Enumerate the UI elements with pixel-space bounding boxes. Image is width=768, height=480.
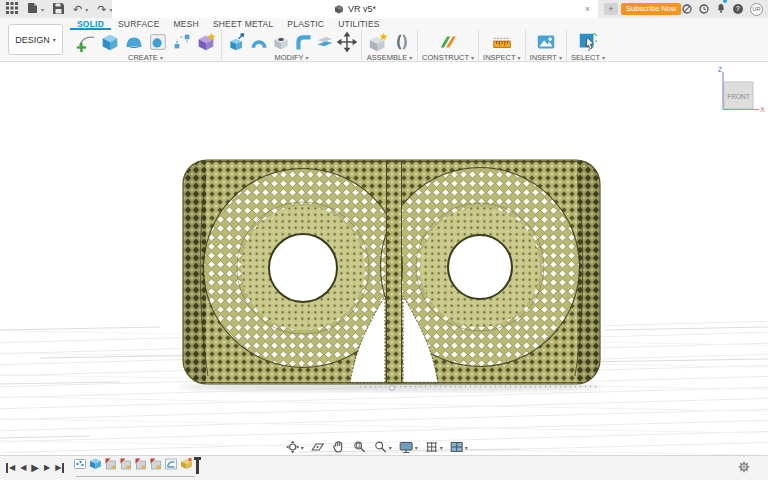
look-at-icon[interactable]: [311, 440, 325, 454]
modeling-viewport[interactable]: FRONT Z X ▾ ▾ ▾ ▾ ▾: [0, 62, 768, 455]
document-tab[interactable]: VR v5* ×: [112, 0, 598, 18]
pan-icon[interactable]: [332, 440, 346, 454]
form-icon[interactable]: [122, 30, 145, 53]
help-icon[interactable]: ?: [733, 4, 743, 14]
document-title: VR v5*: [348, 4, 376, 14]
design-caret-icon: ▾: [53, 36, 56, 43]
timeline-sketch-icon[interactable]: [165, 456, 177, 474]
preferences-gear-icon[interactable]: [738, 459, 750, 477]
insert-image-icon[interactable]: [534, 30, 557, 53]
construct-group-label[interactable]: CONSTRUCT ▾: [422, 53, 474, 62]
tab-solid[interactable]: SOLID: [70, 19, 111, 30]
design-menu-button[interactable]: DESIGN ▾: [8, 24, 63, 55]
assemble-group-label[interactable]: ASSEMBLE ▾: [367, 53, 413, 62]
timeline-combine-icon-2[interactable]: [120, 456, 132, 474]
orbit-icon[interactable]: ▾: [286, 440, 304, 454]
create-sketch-icon[interactable]: [74, 30, 97, 53]
file-new-icon[interactable]: [27, 0, 38, 18]
select-icon[interactable]: [576, 30, 599, 53]
pattern-icon[interactable]: [170, 30, 193, 53]
play-button[interactable]: ▶: [31, 463, 39, 473]
origin-point: [390, 386, 395, 391]
history-clock-icon[interactable]: [699, 0, 709, 18]
step-back-button[interactable]: ◀: [20, 463, 26, 473]
step-forward-button[interactable]: ▶: [44, 463, 50, 473]
viewcube-face-label: FRONT: [727, 93, 749, 100]
group-assemble: ASSEMBLE ▾: [362, 30, 418, 61]
zoom-fit-icon[interactable]: [353, 440, 367, 454]
timeline-playback-controls: ◀ ◀ ▶ ▶ ▶: [6, 463, 64, 473]
ribbon-toolbar: DESIGN ▾ SOLID SURFACE MESH SHEET METAL …: [0, 18, 768, 62]
timeline-track[interactable]: [74, 458, 199, 478]
navigation-bar: ▾ ▾ ▾ ▾ ▾: [286, 440, 468, 454]
tab-utilities[interactable]: UTILITIES: [331, 19, 386, 30]
viewports-icon[interactable]: ▾: [450, 440, 468, 454]
ribbon-tabstrip: SOLID SURFACE MESH SHEET METAL PLASTIC U…: [70, 19, 387, 30]
group-insert: INSERT ▾: [526, 30, 567, 61]
group-create: CREATE ▾: [70, 30, 222, 61]
redo-icon[interactable]: ↷: [97, 0, 106, 18]
z-axis-label: Z: [718, 66, 722, 73]
timeline-box-feature-icon[interactable]: [89, 456, 102, 474]
group-select: SELECT ▾: [567, 30, 609, 61]
timeline-combine-icon-4[interactable]: [150, 456, 162, 474]
hole-icon[interactable]: [270, 30, 291, 53]
job-status-icon[interactable]: [682, 0, 692, 18]
modify-group-label[interactable]: MODIFY ▾: [274, 53, 308, 62]
file-caret-icon[interactable]: ▾: [41, 6, 44, 13]
subscribe-button[interactable]: Subscribe Now: [621, 3, 681, 15]
notification-dot: [723, 0, 727, 3]
revolve-icon[interactable]: [146, 30, 169, 53]
tab-sheet-metal[interactable]: SHEET METAL: [206, 19, 280, 30]
viewcube[interactable]: FRONT Z X: [710, 65, 766, 127]
split-body-icon[interactable]: [314, 30, 335, 53]
undo-icon[interactable]: ↶: [73, 0, 82, 18]
skip-to-end-button[interactable]: ▶: [55, 463, 64, 473]
x-axis-label: X: [760, 106, 765, 113]
select-group-label[interactable]: SELECT ▾: [571, 53, 605, 62]
user-avatar[interactable]: UR: [750, 3, 763, 16]
inspect-group-label[interactable]: INSPECT ▾: [483, 53, 520, 62]
timeline-form-body-icon[interactable]: [180, 456, 193, 474]
app-grid-icon[interactable]: [6, 0, 18, 18]
new-tab-button[interactable]: +: [604, 3, 618, 15]
display-settings-icon[interactable]: ▾: [399, 440, 418, 454]
timeline-combine-icon-3[interactable]: [135, 456, 147, 474]
new-component-icon[interactable]: [366, 30, 389, 53]
tab-surface[interactable]: SURFACE: [111, 19, 167, 30]
group-construct: CONSTRUCT ▾: [418, 30, 479, 61]
close-tab-icon[interactable]: ×: [585, 0, 590, 18]
notifications-bell-icon[interactable]: [716, 0, 726, 18]
shell-icon[interactable]: [248, 30, 269, 53]
titlebar: ▾ ↶▾ ↷▾ VR v5* × + Subscribe Now ? UR: [0, 0, 768, 18]
timeline-combine-icon-1[interactable]: [105, 456, 117, 474]
grid-settings-icon[interactable]: ▾: [425, 440, 443, 454]
extrude-icon[interactable]: [98, 30, 121, 53]
zoom-icon[interactable]: ▾: [374, 440, 392, 454]
tab-plastic[interactable]: PLASTIC: [280, 19, 331, 30]
center-divider: [387, 161, 402, 383]
document-icon: [334, 0, 344, 18]
right-lens-hole: [448, 235, 512, 299]
timeline-bar: ◀ ◀ ▶ ▶ ▶: [0, 455, 768, 480]
fillet-icon[interactable]: [292, 30, 313, 53]
vr-headset-model[interactable]: [183, 160, 600, 391]
construct-plane-icon[interactable]: [437, 30, 460, 53]
undo-caret-icon[interactable]: ▾: [85, 6, 88, 13]
timeline-component-group-icon[interactable]: [74, 456, 86, 474]
design-menu-label: DESIGN: [15, 35, 50, 45]
group-modify: MODIFY ▾: [222, 30, 362, 61]
model-scene: [0, 62, 768, 455]
tab-mesh[interactable]: MESH: [167, 19, 206, 30]
skip-to-start-button[interactable]: ◀: [6, 463, 15, 473]
press-pull-icon[interactable]: [226, 30, 247, 53]
save-icon[interactable]: [53, 0, 64, 18]
primitive-box-icon[interactable]: [194, 30, 217, 53]
insert-group-label[interactable]: INSERT ▾: [530, 53, 562, 62]
left-lens-hole: [269, 234, 337, 302]
measure-icon[interactable]: [490, 30, 513, 53]
move-icon[interactable]: [336, 30, 357, 53]
create-group-label[interactable]: CREATE ▾: [128, 53, 163, 62]
joint-icon[interactable]: [390, 30, 413, 53]
timeline-playhead[interactable]: [196, 457, 199, 474]
